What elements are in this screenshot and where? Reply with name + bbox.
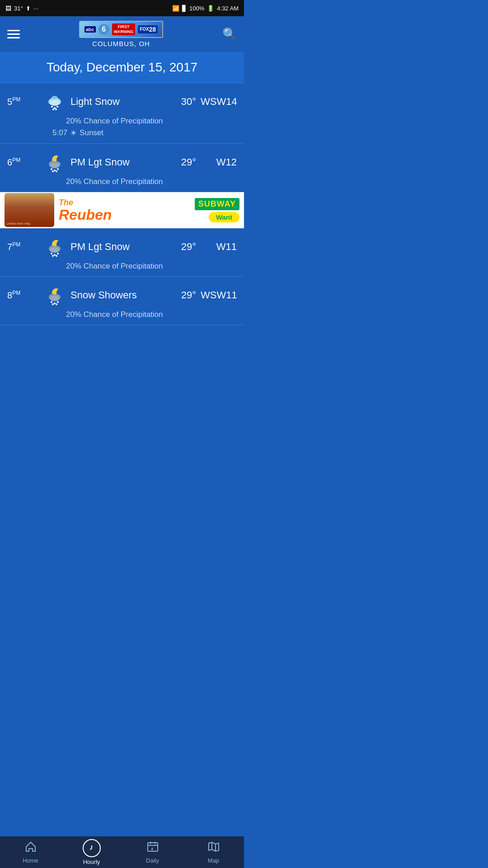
wind-7pm: W11 <box>201 241 237 253</box>
weather-row-main-5pm: 5PM Light Snow 30° WSW14 <box>7 90 237 113</box>
battery-pct: 100% <box>189 5 204 12</box>
precip-7pm: 20% Chance of Precipitation <box>7 262 237 271</box>
status-left: 🖼 31° ⬆ ··· <box>5 5 38 12</box>
time-display: 4:32 AM <box>217 5 239 12</box>
status-bar: 🖼 31° ⬆ ··· 📶 ▊ 100% 🔋 4:32 AM <box>0 0 244 16</box>
weather-row-8pm: 8PM Snow Showers 29° WSW11 20% Chance of… <box>0 277 244 325</box>
svg-point-12 <box>51 168 52 170</box>
wind-6pm: W12 <box>201 156 237 168</box>
battery-icon: 🔋 <box>207 5 214 12</box>
channel-6: 6 <box>99 24 109 35</box>
ad-limited-label: Limited time only. <box>6 222 31 225</box>
ad-subway-block: SUBWAY Want <box>195 198 239 222</box>
sunset-label: Sunset <box>80 128 103 137</box>
weather-row-6pm: 6PM PM Lgt Snow 29° W12 20% Chance of Pr… <box>0 144 244 192</box>
ad-content: Limited time only. The Reuben SUBWAY Wan… <box>0 192 244 228</box>
photo-icon: 🖼 <box>5 5 11 12</box>
svg-point-4 <box>51 106 53 108</box>
svg-point-24 <box>56 255 57 257</box>
svg-point-14 <box>57 168 59 170</box>
date-banner: Today, December 15, 2017 <box>0 52 244 83</box>
svg-point-5 <box>54 107 56 109</box>
advertisement[interactable]: Limited time only. The Reuben SUBWAY Wan… <box>0 192 244 228</box>
weather-row-7pm: 7PM PM Lgt Snow 29° W11 20% Chance of Pr… <box>0 228 244 277</box>
condition-5pm: Light Snow <box>70 96 164 108</box>
svg-point-22 <box>57 253 59 255</box>
ad-cta-button[interactable]: Want <box>209 212 239 222</box>
svg-point-30 <box>57 301 59 303</box>
sunset-row: 5:07 ☀ Sunset <box>7 128 237 138</box>
logo-image: abc 6 FIRSTWARNING FOX28 <box>79 21 164 38</box>
svg-point-13 <box>54 170 56 171</box>
wind-5pm: WSW14 <box>201 96 237 108</box>
temp-7pm: 29° <box>169 241 196 253</box>
svg-point-16 <box>56 170 57 172</box>
svg-point-8 <box>55 108 57 110</box>
svg-point-20 <box>51 253 52 255</box>
weather-icon-5pm <box>43 90 66 113</box>
svg-point-19 <box>50 247 60 253</box>
date-text: Today, December 15, 2017 <box>47 60 197 74</box>
condition-8pm: Snow Showers <box>70 289 164 301</box>
ad-reuben-label: Reuben <box>59 208 190 222</box>
precip-8pm: 20% Chance of Precipitation <box>7 310 237 319</box>
temp-6pm: 29° <box>169 156 196 168</box>
ad-sandwich-image: Limited time only. <box>5 193 54 227</box>
hamburger-menu[interactable] <box>7 30 20 38</box>
svg-point-31 <box>52 303 54 305</box>
app-header: abc 6 FIRSTWARNING FOX28 COLUMBUS, OH 🔍 <box>0 16 244 52</box>
svg-point-32 <box>56 303 57 305</box>
svg-point-21 <box>54 254 56 256</box>
temp-5pm: 30° <box>169 96 196 108</box>
signal-icon: ▊ <box>182 5 187 12</box>
weather-icon-6pm <box>43 151 66 174</box>
ad-subway-label: SUBWAY <box>195 198 239 210</box>
abc-label: abc <box>84 26 96 33</box>
time-7pm: 7PM <box>7 241 39 252</box>
sun-icon: ☀ <box>70 128 77 138</box>
temp-8pm: 29° <box>169 289 196 301</box>
weather-icon-7pm <box>43 236 66 258</box>
condition-7pm: PM Lgt Snow <box>70 241 164 253</box>
svg-point-3 <box>50 99 60 106</box>
weather-row-5pm: 5PM Light Snow 30° WSW14 20% Chance of P… <box>0 83 244 144</box>
svg-point-29 <box>54 302 56 304</box>
ad-the-label: The <box>59 198 190 208</box>
weather-row-main-6pm: 6PM PM Lgt Snow 29° W12 <box>7 151 237 174</box>
fox28-label: FOX28 <box>138 25 158 33</box>
wifi-icon: 📶 <box>172 5 179 12</box>
wind-8pm: WSW11 <box>201 289 237 301</box>
weather-icon-8pm <box>43 284 66 307</box>
status-right: 📶 ▊ 100% 🔋 4:32 AM <box>172 5 239 12</box>
svg-point-11 <box>50 163 60 168</box>
svg-point-23 <box>52 255 54 257</box>
weather-row-main-8pm: 8PM Snow Showers 29° WSW11 <box>7 284 237 307</box>
ad-text-block: The Reuben <box>59 198 190 222</box>
sunset-time: 5:07 <box>52 128 67 137</box>
time-8pm: 8PM <box>7 290 39 301</box>
condition-6pm: PM Lgt Snow <box>70 156 164 168</box>
svg-point-6 <box>56 106 58 108</box>
time-6pm: 6PM <box>7 157 39 168</box>
precip-5pm: 20% Chance of Precipitation <box>7 117 237 126</box>
svg-point-15 <box>52 170 54 172</box>
weather-row-main-7pm: 7PM PM Lgt Snow 29° W11 <box>7 236 237 258</box>
precip-6pm: 20% Chance of Precipitation <box>7 177 237 186</box>
time-5pm: 5PM <box>7 96 39 107</box>
svg-point-27 <box>50 296 60 301</box>
upload-icon: ⬆ <box>26 5 31 12</box>
svg-point-28 <box>51 301 52 303</box>
city-label: COLUMBUS, OH <box>92 40 150 47</box>
status-temp: 31° <box>14 5 23 12</box>
logo-block: abc 6 FIRSTWARNING FOX28 COLUMBUS, OH <box>79 21 164 47</box>
svg-point-7 <box>52 108 54 110</box>
first-warning-label: FIRSTWARNING <box>112 24 136 35</box>
more-icon: ··· <box>33 5 38 12</box>
search-button[interactable]: 🔍 <box>222 27 237 41</box>
